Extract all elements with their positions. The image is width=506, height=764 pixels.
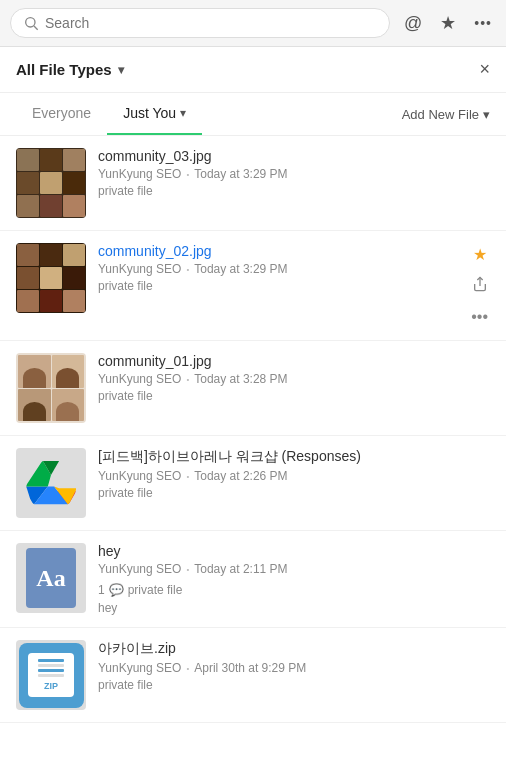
- file-date: Today at 3:29 PM: [194, 167, 287, 181]
- file-meta: YunKyung SEO • Today at 3:29 PM: [98, 262, 457, 276]
- file-name: 아카이브.zip: [98, 640, 490, 658]
- file-list: community_03.jpg YunKyung SEO • Today at…: [0, 136, 506, 723]
- star-button[interactable]: ★: [471, 243, 489, 266]
- list-item[interactable]: [피드백]하이브아레나 워크샵 (Responses) YunKyung SEO…: [0, 436, 506, 531]
- tabs-left: Everyone Just You ▾: [16, 93, 202, 135]
- just-you-chevron-icon: ▾: [180, 106, 186, 120]
- file-meta: YunKyung SEO • Today at 2:26 PM: [98, 469, 490, 483]
- filter-row: All File Types ▾ ×: [0, 47, 506, 93]
- file-thumbnail: [16, 243, 86, 313]
- file-name: [피드백]하이브아레나 워크샵 (Responses): [98, 448, 490, 466]
- list-item[interactable]: community_03.jpg YunKyung SEO • Today at…: [0, 136, 506, 231]
- file-thumbnail: [16, 448, 86, 518]
- file-author: YunKyung SEO: [98, 262, 181, 276]
- file-name: hey: [98, 543, 490, 559]
- file-date: Today at 2:26 PM: [194, 469, 287, 483]
- comment-icon: 💬: [109, 583, 124, 597]
- file-meta: YunKyung SEO • Today at 2:11 PM: [98, 562, 490, 576]
- file-author: YunKyung SEO: [98, 372, 181, 386]
- star-icon-button[interactable]: ★: [436, 8, 460, 38]
- file-privacy: private file: [98, 279, 457, 293]
- file-name: community_01.jpg: [98, 353, 490, 369]
- more-icon-button[interactable]: •••: [470, 11, 496, 35]
- file-privacy: private file: [98, 678, 490, 692]
- dot-separator: •: [186, 565, 189, 574]
- file-author: YunKyung SEO: [98, 661, 181, 675]
- comment-section: 1 💬 private file hey: [98, 579, 490, 615]
- close-button[interactable]: ×: [479, 59, 490, 80]
- file-privacy: private file: [98, 184, 490, 198]
- dot-separator: •: [186, 664, 189, 673]
- more-button[interactable]: •••: [469, 306, 490, 328]
- at-icon-button[interactable]: @: [400, 9, 426, 38]
- file-info: community_02.jpg YunKyung SEO • Today at…: [98, 243, 457, 293]
- comment-count: 1: [98, 583, 105, 597]
- file-meta: YunKyung SEO • April 30th at 9:29 PM: [98, 661, 490, 675]
- file-privacy: private file: [98, 486, 490, 500]
- file-author: YunKyung SEO: [98, 562, 181, 576]
- file-date: Today at 3:29 PM: [194, 262, 287, 276]
- privacy-label: private file: [128, 583, 183, 597]
- add-new-file-label: Add New File: [402, 107, 479, 122]
- dot-separator: •: [186, 265, 189, 274]
- file-info: community_03.jpg YunKyung SEO • Today at…: [98, 148, 490, 198]
- dot-separator: •: [186, 472, 189, 481]
- file-thumbnail: Aa: [16, 543, 86, 613]
- file-thumbnail: [16, 148, 86, 218]
- chevron-down-icon: ▾: [118, 63, 124, 77]
- file-info: hey YunKyung SEO • Today at 2:11 PM 1 💬 …: [98, 543, 490, 615]
- file-type-label: All File Types: [16, 61, 112, 78]
- file-privacy: private file: [98, 389, 490, 403]
- tabs-row: Everyone Just You ▾ Add New File ▾: [0, 93, 506, 136]
- tab-just-you[interactable]: Just You ▾: [107, 93, 202, 135]
- file-author: YunKyung SEO: [98, 167, 181, 181]
- file-name: community_03.jpg: [98, 148, 490, 164]
- search-bar: @ ★ •••: [0, 0, 506, 47]
- list-item[interactable]: community_01.jpg YunKyung SEO • Today at…: [0, 341, 506, 436]
- list-item[interactable]: ZIP 아카이브.zip YunKyung SEO • April 30th a…: [0, 628, 506, 723]
- file-name: community_02.jpg: [98, 243, 457, 259]
- search-input[interactable]: [45, 15, 377, 31]
- list-item[interactable]: community_02.jpg YunKyung SEO • Today at…: [0, 231, 506, 341]
- add-new-file-chevron-icon: ▾: [483, 107, 490, 122]
- file-info: 아카이브.zip YunKyung SEO • April 30th at 9:…: [98, 640, 490, 692]
- tab-everyone[interactable]: Everyone: [16, 93, 107, 135]
- search-input-wrapper: [10, 8, 390, 38]
- file-date: Today at 2:11 PM: [194, 562, 287, 576]
- comment-preview: hey: [98, 601, 490, 615]
- list-item[interactable]: Aa hey YunKyung SEO • Today at 2:11 PM 1…: [0, 531, 506, 628]
- file-meta: YunKyung SEO • Today at 3:28 PM: [98, 372, 490, 386]
- file-date: Today at 3:28 PM: [194, 372, 287, 386]
- file-type-button[interactable]: All File Types ▾: [16, 61, 124, 78]
- file-thumbnail: [16, 353, 86, 423]
- file-author: YunKyung SEO: [98, 469, 181, 483]
- file-date: April 30th at 9:29 PM: [194, 661, 306, 675]
- dot-separator: •: [186, 170, 189, 179]
- svg-line-1: [34, 26, 38, 30]
- file-meta: YunKyung SEO • Today at 3:29 PM: [98, 167, 490, 181]
- file-info: community_01.jpg YunKyung SEO • Today at…: [98, 353, 490, 403]
- search-icon: [23, 15, 39, 31]
- file-actions: ★ •••: [469, 243, 490, 328]
- just-you-label: Just You: [123, 105, 176, 121]
- add-new-file-button[interactable]: Add New File ▾: [402, 107, 490, 122]
- share-button[interactable]: [470, 274, 490, 298]
- dot-separator: •: [186, 375, 189, 384]
- comment-bubble: 1 💬 private file: [98, 583, 490, 597]
- svg-point-0: [26, 18, 35, 27]
- file-info: [피드백]하이브아레나 워크샵 (Responses) YunKyung SEO…: [98, 448, 490, 500]
- file-thumbnail: ZIP: [16, 640, 86, 710]
